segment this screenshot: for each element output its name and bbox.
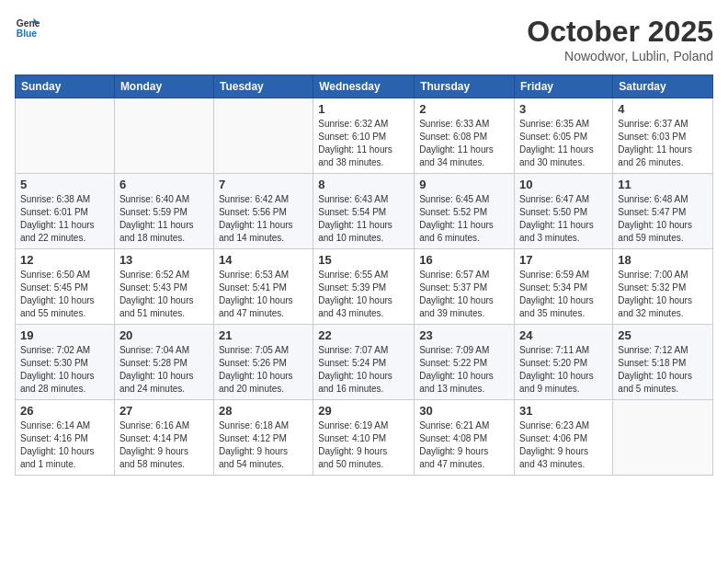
weekday-monday: Monday <box>114 75 213 98</box>
day-info: Sunrise: 6:14 AMSunset: 4:16 PMDaylight:… <box>20 419 109 471</box>
calendar-cell: 8Sunrise: 6:43 AMSunset: 5:54 PMDaylight… <box>313 174 415 249</box>
calendar-cell: 23Sunrise: 7:09 AMSunset: 5:22 PMDayligh… <box>415 325 515 400</box>
day-number: 6 <box>119 178 209 191</box>
day-info: Sunrise: 6:18 AMSunset: 4:12 PMDaylight:… <box>219 419 308 471</box>
day-info: Sunrise: 6:40 AMSunset: 5:59 PMDaylight:… <box>119 193 209 245</box>
calendar-cell: 16Sunrise: 6:57 AMSunset: 5:37 PMDayligh… <box>415 249 515 325</box>
weekday-wednesday: Wednesday <box>313 75 415 98</box>
calendar-cell: 31Sunrise: 6:23 AMSunset: 4:06 PMDayligh… <box>515 400 613 476</box>
calendar-cell: 7Sunrise: 6:42 AMSunset: 5:56 PMDaylight… <box>213 174 313 249</box>
day-info: Sunrise: 6:19 AMSunset: 4:10 PMDaylight:… <box>318 419 409 471</box>
logo: General Blue <box>15 15 40 40</box>
calendar-cell: 6Sunrise: 6:40 AMSunset: 5:59 PMDaylight… <box>114 174 213 249</box>
calendar-cell: 15Sunrise: 6:55 AMSunset: 5:39 PMDayligh… <box>313 249 415 325</box>
calendar-cell: 24Sunrise: 7:11 AMSunset: 5:20 PMDayligh… <box>515 325 613 400</box>
weekday-tuesday: Tuesday <box>213 75 313 98</box>
weekday-header-row: SundayMondayTuesdayWednesdayThursdayFrid… <box>16 75 713 98</box>
page-header: General Blue October 2025 Nowodwor, Lubl… <box>15 15 713 63</box>
day-number: 23 <box>419 328 509 342</box>
day-number: 24 <box>519 328 608 342</box>
weekday-saturday: Saturday <box>613 75 713 98</box>
week-row-2: 5Sunrise: 6:38 AMSunset: 6:01 PMDaylight… <box>16 174 713 249</box>
day-number: 17 <box>519 253 608 267</box>
day-info: Sunrise: 6:48 AMSunset: 5:47 PMDaylight:… <box>618 193 708 245</box>
day-info: Sunrise: 6:33 AMSunset: 6:08 PMDaylight:… <box>419 118 509 169</box>
day-number: 13 <box>119 253 209 267</box>
calendar-cell: 1Sunrise: 6:32 AMSunset: 6:10 PMDaylight… <box>313 98 415 174</box>
month-title: October 2025 <box>527 15 713 49</box>
weekday-thursday: Thursday <box>415 75 515 98</box>
day-number: 3 <box>519 102 608 116</box>
day-info: Sunrise: 7:11 AMSunset: 5:20 PMDaylight:… <box>519 344 608 396</box>
day-number: 18 <box>618 253 708 267</box>
day-info: Sunrise: 6:21 AMSunset: 4:08 PMDaylight:… <box>419 419 509 471</box>
day-number: 30 <box>419 404 509 418</box>
day-number: 14 <box>219 253 308 267</box>
calendar-cell: 2Sunrise: 6:33 AMSunset: 6:08 PMDaylight… <box>415 98 515 174</box>
location: Nowodwor, Lublin, Poland <box>527 49 713 63</box>
day-info: Sunrise: 6:32 AMSunset: 6:10 PMDaylight:… <box>318 118 409 169</box>
calendar-cell: 10Sunrise: 6:47 AMSunset: 5:50 PMDayligh… <box>515 174 613 249</box>
day-number: 1 <box>318 102 409 116</box>
day-number: 25 <box>618 328 708 342</box>
calendar-cell <box>16 98 115 174</box>
week-row-4: 19Sunrise: 7:02 AMSunset: 5:30 PMDayligh… <box>16 325 713 400</box>
calendar-cell: 21Sunrise: 7:05 AMSunset: 5:26 PMDayligh… <box>213 325 313 400</box>
day-info: Sunrise: 6:45 AMSunset: 5:52 PMDaylight:… <box>419 193 509 245</box>
day-info: Sunrise: 7:00 AMSunset: 5:32 PMDaylight:… <box>618 269 708 320</box>
day-number: 29 <box>318 404 409 418</box>
week-row-5: 26Sunrise: 6:14 AMSunset: 4:16 PMDayligh… <box>16 400 713 476</box>
calendar-cell: 12Sunrise: 6:50 AMSunset: 5:45 PMDayligh… <box>16 249 115 325</box>
day-info: Sunrise: 7:02 AMSunset: 5:30 PMDaylight:… <box>20 344 109 396</box>
day-info: Sunrise: 7:05 AMSunset: 5:26 PMDaylight:… <box>219 344 308 396</box>
day-info: Sunrise: 7:04 AMSunset: 5:28 PMDaylight:… <box>119 344 209 396</box>
day-number: 5 <box>20 178 109 191</box>
day-info: Sunrise: 7:09 AMSunset: 5:22 PMDaylight:… <box>419 344 509 396</box>
calendar-cell: 28Sunrise: 6:18 AMSunset: 4:12 PMDayligh… <box>213 400 313 476</box>
week-row-3: 12Sunrise: 6:50 AMSunset: 5:45 PMDayligh… <box>16 249 713 325</box>
logo-icon: General Blue <box>15 15 40 40</box>
day-number: 12 <box>20 253 109 267</box>
day-info: Sunrise: 6:57 AMSunset: 5:37 PMDaylight:… <box>419 269 509 320</box>
day-number: 9 <box>419 178 509 191</box>
day-info: Sunrise: 6:53 AMSunset: 5:41 PMDaylight:… <box>219 269 308 320</box>
title-block: October 2025 Nowodwor, Lublin, Poland <box>527 15 713 63</box>
day-number: 27 <box>119 404 209 418</box>
day-number: 4 <box>618 102 708 116</box>
day-number: 22 <box>318 328 409 342</box>
calendar-cell: 3Sunrise: 6:35 AMSunset: 6:05 PMDaylight… <box>515 98 613 174</box>
calendar-cell <box>213 98 313 174</box>
day-number: 7 <box>219 178 308 191</box>
day-info: Sunrise: 6:55 AMSunset: 5:39 PMDaylight:… <box>318 269 409 320</box>
weekday-friday: Friday <box>515 75 613 98</box>
calendar-cell: 26Sunrise: 6:14 AMSunset: 4:16 PMDayligh… <box>16 400 115 476</box>
day-number: 11 <box>618 178 708 191</box>
calendar-cell: 13Sunrise: 6:52 AMSunset: 5:43 PMDayligh… <box>114 249 213 325</box>
calendar-cell: 27Sunrise: 6:16 AMSunset: 4:14 PMDayligh… <box>114 400 213 476</box>
day-number: 15 <box>318 253 409 267</box>
calendar-cell: 19Sunrise: 7:02 AMSunset: 5:30 PMDayligh… <box>16 325 115 400</box>
calendar-cell: 5Sunrise: 6:38 AMSunset: 6:01 PMDaylight… <box>16 174 115 249</box>
day-info: Sunrise: 6:23 AMSunset: 4:06 PMDaylight:… <box>519 419 608 471</box>
calendar-table: SundayMondayTuesdayWednesdayThursdayFrid… <box>15 75 713 476</box>
day-info: Sunrise: 6:52 AMSunset: 5:43 PMDaylight:… <box>119 269 209 320</box>
weekday-sunday: Sunday <box>16 75 115 98</box>
svg-text:Blue: Blue <box>17 29 38 39</box>
svg-text:General: General <box>17 18 40 29</box>
calendar-cell: 4Sunrise: 6:37 AMSunset: 6:03 PMDaylight… <box>613 98 713 174</box>
calendar-cell: 20Sunrise: 7:04 AMSunset: 5:28 PMDayligh… <box>114 325 213 400</box>
day-number: 16 <box>419 253 509 267</box>
day-number: 21 <box>219 328 308 342</box>
day-number: 8 <box>318 178 409 191</box>
day-number: 19 <box>20 328 109 342</box>
day-number: 20 <box>119 328 209 342</box>
day-number: 10 <box>519 178 608 191</box>
day-info: Sunrise: 6:42 AMSunset: 5:56 PMDaylight:… <box>219 193 308 245</box>
calendar-cell: 30Sunrise: 6:21 AMSunset: 4:08 PMDayligh… <box>415 400 515 476</box>
day-number: 26 <box>20 404 109 418</box>
calendar-cell: 9Sunrise: 6:45 AMSunset: 5:52 PMDaylight… <box>415 174 515 249</box>
day-info: Sunrise: 7:07 AMSunset: 5:24 PMDaylight:… <box>318 344 409 396</box>
day-number: 28 <box>219 404 308 418</box>
calendar-cell <box>613 400 713 476</box>
calendar-cell: 14Sunrise: 6:53 AMSunset: 5:41 PMDayligh… <box>213 249 313 325</box>
